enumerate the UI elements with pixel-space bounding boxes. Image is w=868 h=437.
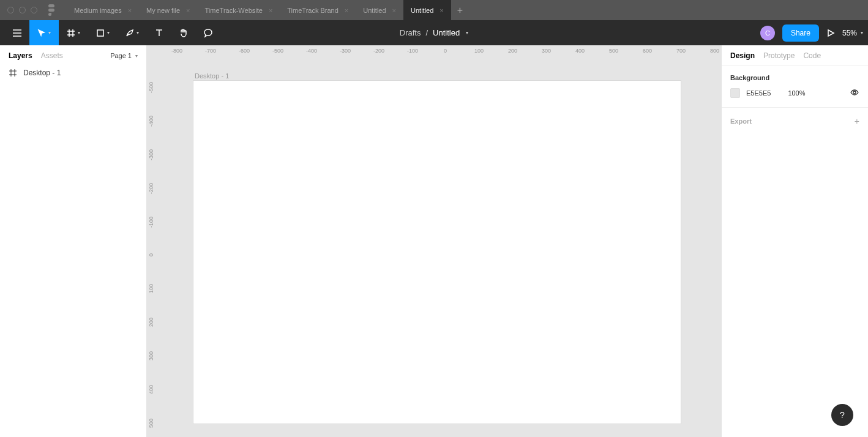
chevron-down-icon[interactable]: ▾ [466, 30, 468, 35]
svg-rect-0 [97, 30, 103, 36]
ruler-tick: 500 [148, 419, 154, 428]
right-panel: Design Prototype Code Background E5E5E5 … [721, 45, 868, 437]
menu-button[interactable] [5, 20, 29, 45]
file-tab[interactable]: Untitled× [356, 0, 403, 20]
figma-logo-icon[interactable] [47, 4, 56, 17]
chevron-down-icon: ▾ [861, 30, 863, 35]
file-tab[interactable]: TimeTrack Brand× [280, 0, 356, 20]
new-tab-button[interactable]: + [451, 5, 469, 16]
avatar[interactable]: C [760, 26, 775, 40]
tab-layers[interactable]: Layers [9, 51, 32, 60]
ruler-vertical: -500 -400 -300 -200 -100 0 100 200 300 4… [147, 58, 159, 437]
rectangle-icon [96, 29, 105, 37]
background-row: E5E5E5 100% [730, 88, 859, 99]
minimize-window-button[interactable] [19, 7, 26, 13]
file-tab-label: My new file [146, 7, 180, 14]
share-button[interactable]: Share [782, 24, 819, 42]
text-icon [154, 28, 165, 39]
close-tab-icon[interactable]: × [128, 7, 132, 14]
ruler-tick: 500 [609, 48, 618, 54]
frame-icon [67, 29, 75, 37]
ruler-tick: 100 [474, 48, 484, 54]
layer-name: Desktop - 1 [23, 69, 61, 77]
tool-group: ▾ ▾ ▾ ▾ [5, 20, 220, 45]
cursor-icon [37, 29, 46, 37]
shape-tool[interactable]: ▾ [88, 20, 118, 45]
close-tab-icon[interactable]: × [186, 7, 190, 14]
close-tab-icon[interactable]: × [269, 7, 272, 14]
chevron-down-icon: ▾ [78, 30, 80, 35]
pen-tool[interactable]: ▾ [118, 20, 147, 45]
ruler-tick: 600 [643, 48, 652, 54]
ruler-tick: -600 [239, 48, 250, 54]
move-tool[interactable]: ▾ [29, 20, 59, 45]
file-tab-label: Untitled [363, 7, 386, 14]
ruler-tick: -200 [148, 183, 154, 194]
visibility-toggle-icon[interactable] [850, 88, 859, 99]
frame-tool[interactable]: ▾ [59, 20, 88, 45]
tab-prototype[interactable]: Prototype [763, 51, 795, 60]
chevron-down-icon: ▾ [107, 30, 110, 35]
ruler-tick: -700 [205, 48, 216, 54]
chevron-down-icon: ▾ [137, 30, 139, 35]
file-tab[interactable]: My new file× [139, 0, 197, 20]
close-tab-icon[interactable]: × [345, 7, 348, 14]
canvas[interactable]: -800 -700 -600 -500 -400 -300 -200 -100 … [147, 45, 721, 437]
background-opacity-value[interactable]: 100% [788, 89, 805, 97]
zoom-value: 55% [842, 29, 857, 37]
hamburger-icon [12, 28, 23, 39]
right-panel-tabs: Design Prototype Code [722, 45, 868, 65]
artboard[interactable] [193, 81, 681, 424]
ruler-tick: 0 [444, 48, 447, 54]
text-tool[interactable] [147, 20, 171, 45]
breadcrumb-parent[interactable]: Drafts [400, 28, 421, 37]
file-tab[interactable]: Medium images× [67, 0, 139, 20]
ruler-tick: 800 [710, 48, 719, 54]
chevron-down-icon: ▾ [48, 30, 51, 35]
tab-assets[interactable]: Assets [41, 51, 63, 60]
left-panel-tabs: Layers Assets Page 1 ▾ [0, 45, 146, 65]
file-tab-active[interactable]: Untitled× [403, 0, 451, 20]
close-window-button[interactable] [7, 7, 14, 13]
frame-label[interactable]: Desktop - 1 [195, 72, 229, 80]
ruler-tick: -300 [148, 149, 154, 160]
close-tab-icon[interactable]: × [440, 7, 443, 14]
ruler-tick: -400 [306, 48, 317, 54]
ruler-tick: 200 [148, 318, 154, 327]
left-panel: Layers Assets Page 1 ▾ Desktop - 1 [0, 45, 147, 437]
svg-point-1 [853, 91, 856, 94]
file-tab[interactable]: TimeTrack-Website× [198, 0, 280, 20]
comment-tool[interactable] [196, 20, 220, 45]
ruler-tick: -500 [148, 82, 154, 93]
tab-code[interactable]: Code [803, 51, 821, 60]
close-tab-icon[interactable]: × [392, 7, 396, 14]
ruler-tick: 0 [148, 253, 154, 256]
file-tab-label: TimeTrack-Website [205, 7, 263, 14]
add-export-button[interactable]: + [855, 116, 859, 126]
help-button[interactable]: ? [831, 404, 853, 426]
export-title: Export [730, 118, 752, 125]
background-color-value[interactable]: E5E5E5 [746, 89, 771, 97]
toolbar: ▾ ▾ ▾ ▾ Drafts / Untitled ▾ C Share [0, 20, 868, 45]
page-label: Page 1 [110, 52, 132, 59]
layer-item[interactable]: Desktop - 1 [0, 65, 146, 81]
page-selector[interactable]: Page 1 ▾ [110, 52, 138, 59]
toolbar-right: C Share 55% ▾ [760, 24, 863, 42]
breadcrumb-current[interactable]: Untitled [433, 28, 460, 37]
ruler-tick: -100 [148, 217, 154, 228]
file-tab-label: Untitled [411, 7, 433, 14]
hand-icon [178, 28, 189, 39]
ruler-tick: -800 [171, 48, 182, 54]
ruler-corner [147, 45, 159, 58]
chevron-down-icon: ▾ [135, 53, 138, 59]
present-icon[interactable] [826, 29, 835, 37]
ruler-tick: 300 [148, 351, 154, 360]
ruler-tick: -400 [148, 116, 154, 127]
maximize-window-button[interactable] [31, 7, 37, 13]
zoom-control[interactable]: 55% ▾ [842, 29, 863, 37]
ruler-horizontal: -800 -700 -600 -500 -400 -300 -200 -100 … [159, 45, 721, 58]
titlebar: Medium images× My new file× TimeTrack-We… [0, 0, 868, 20]
color-swatch[interactable] [730, 88, 740, 98]
tab-design[interactable]: Design [730, 51, 755, 60]
hand-tool[interactable] [171, 20, 196, 45]
